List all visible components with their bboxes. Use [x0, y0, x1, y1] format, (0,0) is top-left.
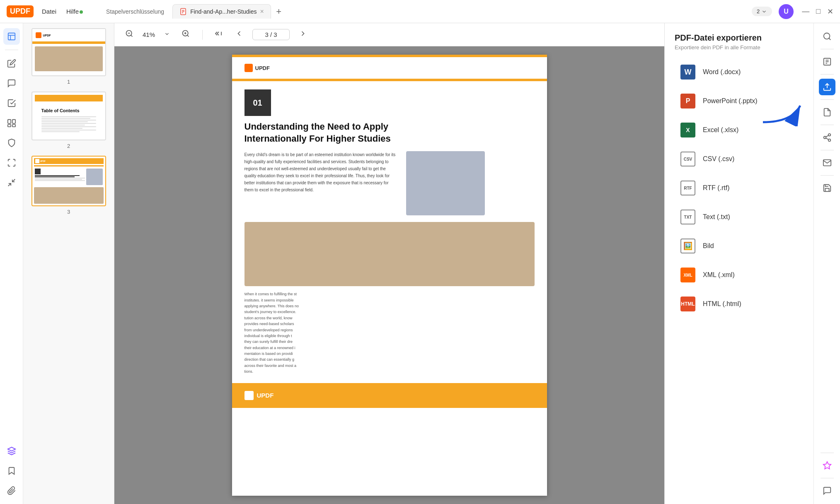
pdf-page: UPDF 01 Understanding the Need to Apply …	[232, 55, 547, 496]
zoom-in-button[interactable]	[179, 27, 192, 42]
paperclip-icon	[7, 486, 16, 495]
next-page-icon	[299, 29, 307, 38]
sidebar-icon-compress[interactable]	[3, 174, 20, 191]
rsidebar-divider-4	[821, 125, 834, 125]
share-icon	[823, 133, 832, 142]
thumb3-badge	[35, 169, 41, 174]
export-option-excel[interactable]: X Excel (.xlsx)	[670, 116, 809, 144]
rsidebar-divider-3	[821, 99, 834, 100]
rsidebar-ocr-button[interactable]	[819, 53, 835, 70]
toc-line	[41, 118, 91, 119]
pdf-toolbar: 41%	[114, 23, 664, 46]
version-badge: 2	[752, 7, 772, 16]
reader-icon	[7, 32, 16, 41]
pdf-content-area: UPDF 01 Understanding the Need to Apply …	[114, 46, 664, 504]
sidebar-divider-1	[5, 50, 18, 50]
thumbnail-1[interactable]: UPDF 1	[28, 28, 109, 85]
toc-line	[41, 128, 82, 129]
txt-icon: TXT	[680, 209, 696, 225]
prev-page-button[interactable]	[232, 27, 246, 42]
sidebar-icon-organize[interactable]	[3, 115, 20, 131]
page-main-content: 01 Understanding the Need to Apply Inter…	[232, 81, 547, 375]
svg-point-29	[828, 134, 830, 136]
sidebar-bottom	[3, 443, 20, 499]
user-avatar[interactable]: U	[779, 4, 794, 19]
tab-close-button[interactable]: ×	[260, 8, 264, 15]
page-icon	[823, 108, 832, 117]
chat-icon	[823, 486, 832, 495]
thumb-number-1: 1	[67, 79, 70, 85]
layers-icon	[7, 446, 16, 456]
toc-lines	[41, 116, 96, 132]
export-option-html[interactable]: HTML HTML (.html)	[670, 290, 809, 318]
zoom-dropdown-button[interactable]	[162, 28, 172, 41]
sidebar-icon-layers[interactable]	[3, 443, 20, 459]
thumb3-body-line	[35, 180, 85, 181]
page-number-input[interactable]	[252, 29, 290, 40]
thumb-frame-3[interactable]: UPDF	[31, 156, 106, 206]
export-option-csv[interactable]: CSV CSV (.csv)	[670, 145, 809, 173]
thumbnail-3[interactable]: UPDF	[28, 156, 109, 215]
toc-line	[41, 125, 85, 125]
tab-active-label: Find-and-Ap...her-Studies	[190, 8, 257, 15]
notification-dot	[80, 10, 83, 14]
rsidebar-export-button[interactable]	[819, 79, 835, 95]
footer-logo-icon	[244, 391, 254, 400]
rsidebar-chat-button[interactable]	[819, 482, 835, 499]
tab-active[interactable]: Find-and-Ap...her-Studies ×	[172, 4, 271, 19]
edit-icon	[7, 59, 16, 68]
next-page-button[interactable]	[296, 27, 310, 42]
menu-datei[interactable]: Datei	[42, 8, 56, 15]
sidebar-icon-convert[interactable]	[3, 154, 20, 171]
thumb3-bar	[34, 165, 104, 166]
rsidebar-share-button[interactable]	[819, 129, 835, 146]
first-page-button[interactable]	[213, 27, 226, 42]
rsidebar-save-button[interactable]	[819, 180, 835, 196]
thumbnail-2[interactable]: Table of Contents	[28, 92, 109, 149]
menu-hilfe[interactable]: Hilfe	[66, 8, 83, 15]
sidebar-icon-bookmark[interactable]	[3, 463, 20, 479]
export-option-txt[interactable]: TXT Text (.txt)	[670, 203, 809, 231]
close-button[interactable]: ✕	[827, 7, 833, 16]
rsidebar-divider-7	[821, 453, 834, 453]
thumb-frame-1[interactable]: UPDF	[31, 28, 106, 76]
thumb3-body	[34, 168, 104, 186]
tab-add-button[interactable]: +	[273, 5, 285, 18]
sidebar-icon-protect[interactable]	[3, 135, 20, 151]
zoom-out-button[interactable]	[123, 27, 136, 42]
thumb3-header: UPDF	[34, 158, 104, 164]
sidebar-icon-forms[interactable]	[3, 95, 20, 111]
csv-icon: CSV	[680, 151, 696, 167]
toolbar-divider	[202, 30, 203, 40]
rsidebar-ai-button[interactable]	[819, 457, 835, 474]
excel-icon: X	[680, 122, 696, 138]
thumb-frame-2[interactable]: Table of Contents	[31, 92, 106, 140]
export-option-img[interactable]: 🖼️ Bild	[670, 232, 809, 260]
first-page-icon	[215, 29, 223, 38]
sidebar-icon-reader[interactable]	[3, 28, 20, 45]
tab-batch[interactable]: Stapelverschlüsselung	[99, 5, 171, 18]
rsidebar-mail-button[interactable]	[819, 154, 835, 171]
maximize-button[interactable]: □	[816, 7, 821, 16]
sidebar-icon-edit[interactable]	[3, 55, 20, 72]
ocr-icon	[823, 57, 832, 66]
export-option-word[interactable]: W Word (.docx)	[670, 58, 809, 86]
page-full-width-image	[244, 222, 535, 286]
export-option-rtf[interactable]: RTF RTF (.rtf)	[670, 174, 809, 202]
rsidebar-page-button[interactable]	[819, 104, 835, 121]
chevron-down-icon	[164, 31, 170, 37]
sidebar-icon-annotate[interactable]	[3, 75, 20, 92]
export-option-ppt[interactable]: P PowerPoint (.pptx)	[670, 87, 809, 115]
thumbnail-panel: UPDF 1 Table of Contents	[23, 23, 114, 504]
rsidebar-search-button[interactable]	[819, 28, 835, 45]
minimize-button[interactable]: —	[802, 7, 809, 16]
page-header: UPDF	[232, 57, 547, 79]
svg-marker-34	[823, 462, 830, 469]
main-layout: UPDF 1 Table of Contents	[0, 23, 840, 504]
export-title: PDF-Datei exportieren	[675, 33, 804, 43]
export-option-xml[interactable]: XML XML (.xml)	[670, 261, 809, 289]
organize-icon	[7, 118, 16, 128]
toc-line	[41, 126, 96, 127]
sidebar-icon-paperclip[interactable]	[3, 482, 20, 499]
prev-page-icon	[235, 29, 243, 38]
